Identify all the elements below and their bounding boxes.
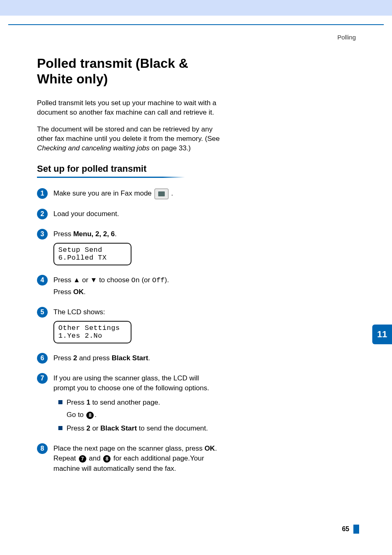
step1-text-b: .: [171, 190, 173, 198]
menu-key: Menu: [73, 230, 91, 238]
sub2-text-c: to send the document.: [137, 424, 208, 432]
black-start-key: Black Start: [112, 354, 148, 362]
step-5: 5 The LCD shows: Other Settings 1.Yes 2.…: [37, 307, 222, 345]
step-4: 4 Press ▲ or ▼ to choose On (or Off). Pr…: [37, 275, 222, 299]
sub2-text-b: or: [90, 424, 101, 432]
step-6: 6 Press 2 and press Black Start.: [37, 353, 222, 365]
intro2-link[interactable]: Checking and canceling waiting jobs: [37, 144, 150, 152]
option-on: On: [131, 276, 140, 284]
lcd-display: Other Settings 1.Yes 2.No: [53, 321, 131, 343]
step2-text: Load your document.: [53, 209, 222, 219]
step6-text-c: .: [148, 354, 150, 362]
intro2-text-a: The document will be stored and can be r…: [37, 125, 220, 143]
step-number-badge: 3: [37, 229, 48, 240]
step6-text-a: Press: [53, 354, 73, 362]
page-number: 65: [342, 525, 349, 533]
top-rule: [8, 24, 384, 25]
page-number-wrap: 65: [342, 525, 359, 534]
step-number-badge: 8: [37, 443, 48, 454]
intro-paragraph-2: The document will be stored and can be r…: [37, 125, 222, 153]
step4-text-d: ).: [165, 276, 169, 284]
step-number-badge: 7: [37, 373, 48, 384]
step5-text: The LCD shows:: [53, 307, 222, 318]
step3-text-a: Press: [53, 230, 73, 238]
up-arrow-icon: ▲: [73, 276, 80, 284]
step7-sublist: Press 1 to send another page. Go to 8. P…: [53, 398, 222, 434]
step-3: 3 Press Menu, 2, 2, 6. Setup Send 6.Poll…: [37, 229, 222, 267]
step-number-badge: 6: [37, 353, 48, 364]
black-start-key: Black Start: [100, 424, 137, 432]
step-2: 2 Load your document.: [37, 209, 222, 221]
step8-text-a: Place the next page on the scanner glass…: [53, 444, 205, 452]
key-sequence: , 2, 2, 6: [92, 230, 115, 238]
section-heading: Set up for polled transmit: [37, 164, 222, 174]
step-ref-badge: 7: [79, 455, 86, 463]
step6-text-b: and press: [77, 354, 112, 362]
sub1-text-b: to send another page.: [90, 398, 160, 406]
key-2: 2: [86, 424, 90, 432]
down-arrow-icon: ▼: [90, 276, 97, 284]
period: .: [115, 230, 117, 238]
option-off: Off: [152, 276, 165, 284]
bullet-icon: [58, 426, 62, 430]
bullet-icon: [58, 400, 62, 404]
step-number-badge: 4: [37, 275, 48, 286]
section-label: Polling: [337, 34, 356, 41]
heading-rule: [37, 177, 185, 178]
step4-text-e: Press: [53, 288, 73, 296]
step7-text: If you are using the scanner glass, the …: [53, 373, 222, 394]
top-color-band: [0, 0, 392, 16]
intro2-text-b: on page 33.): [150, 144, 191, 152]
lcd-display: Setup Send 6.Polled TX: [53, 243, 131, 265]
sub1-goto: Go to 8.: [67, 410, 222, 420]
goto-text-a: Go to: [67, 411, 85, 419]
step4-text-c: (or: [140, 276, 152, 284]
chapter-tab: 11: [372, 325, 392, 344]
goto-text-b: .: [95, 411, 97, 419]
main-content: Polled transmit (Black & White only) Pol…: [37, 55, 222, 484]
key-1: 1: [86, 398, 90, 406]
step4-text-a: Press: [53, 276, 73, 284]
ok-key: OK: [73, 288, 84, 296]
step1-text-a: Make sure you are in Fax mode: [53, 190, 154, 198]
step-number-badge: 5: [37, 307, 48, 318]
step-ref-badge: 8: [103, 455, 111, 463]
key-2: 2: [73, 354, 77, 362]
page-title: Polled transmit (Black & White only): [37, 55, 222, 87]
step-8: 8 Place the next page on the scanner gla…: [37, 444, 222, 476]
sub1-text-a: Press: [67, 398, 86, 406]
sub2-text-a: Press: [67, 424, 86, 432]
intro-paragraph-1: Polled transmit lets you set up your mac…: [37, 99, 222, 117]
ok-key: OK: [205, 444, 215, 452]
fax-mode-icon: [154, 189, 168, 199]
step-number-badge: 1: [37, 188, 48, 199]
step-7: 7 If you are using the scanner glass, th…: [37, 373, 222, 435]
step4-text-f: .: [84, 288, 86, 296]
step4-or: or: [80, 276, 90, 284]
sub-item: Press 1 to send another page.: [58, 398, 222, 408]
steps-list: 1 Make sure you are in Fax mode . 2 Load…: [37, 189, 222, 475]
step8-text-c: and: [87, 454, 103, 462]
page-mark-icon: [353, 525, 359, 534]
step-1: 1 Make sure you are in Fax mode .: [37, 189, 222, 201]
sub-item: Press 2 or Black Start to send the docum…: [58, 424, 222, 434]
step-ref-badge: 8: [86, 412, 94, 419]
step-number-badge: 2: [37, 209, 48, 219]
step4-text-b: to choose: [97, 276, 131, 284]
